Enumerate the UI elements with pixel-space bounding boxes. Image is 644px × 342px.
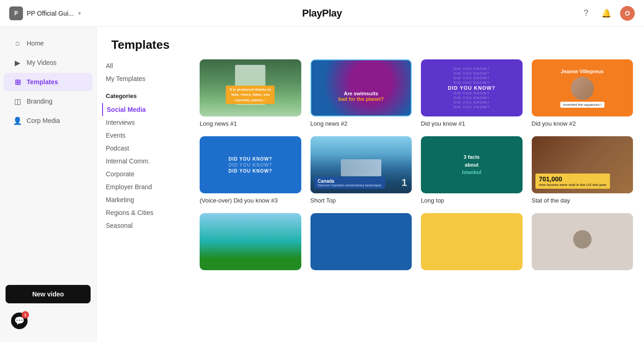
canada-badge: Canada Discover Canada's extraordinary l… bbox=[314, 177, 385, 189]
template-card-long-news-1[interactable]: It is produced thanks tofalls, rivers, t… bbox=[200, 59, 301, 127]
content-area: Templates All My Templates Categories So… bbox=[97, 27, 644, 342]
jeanne-subtitle: Invented the aquarium ! bbox=[560, 102, 604, 108]
template-name-did-you-know-1: Did you know #1 bbox=[421, 120, 523, 127]
did-row-9: DID YOU KNOW? bbox=[454, 105, 490, 109]
did-row-3: DID YOU KNOW? bbox=[454, 76, 490, 80]
template-thumb-did-you-know-1: DID YOU KNOW? DID YOU KNOW? DID YOU KNOW… bbox=[421, 59, 523, 116]
did-blue-row-3: DID YOU KNOW? bbox=[229, 168, 272, 174]
template-thumb-bottom-1 bbox=[200, 213, 301, 270]
canada-badge-title: Canada bbox=[318, 179, 382, 184]
template-thumb-long-news-2: Are swimsuits bad for the planet? bbox=[310, 59, 412, 116]
template-thumb-short-top: Canada Discover Canada's extraordinary l… bbox=[310, 136, 412, 193]
sidebar-item-home[interactable]: ⌂ Home bbox=[4, 34, 92, 52]
template-card-did-you-know-1[interactable]: DID YOU KNOW? DID YOU KNOW? DID YOU KNOW… bbox=[421, 59, 523, 127]
template-thumb-long-top: 3 facts about Istanbul bbox=[421, 136, 523, 193]
chat-badge: 1 bbox=[22, 311, 29, 319]
template-card-short-top[interactable]: Canada Discover Canada's extraordinary l… bbox=[310, 136, 412, 204]
categories-label: Categories bbox=[106, 93, 179, 99]
sidebar-item-my-videos[interactable]: ▶ My Videos bbox=[4, 53, 92, 72]
app-logo: PlayPlay bbox=[302, 7, 342, 19]
did-blue-row-2: DID YOU KNOW? bbox=[229, 162, 272, 168]
stat-number: 701,000 bbox=[539, 175, 607, 183]
template-card-bottom-2[interactable] bbox=[310, 213, 412, 274]
template-card-long-news-2[interactable]: Are swimsuits bad for the planet? Long n… bbox=[310, 59, 412, 127]
template-card-did-you-know-3[interactable]: DID YOU KNOW? DID YOU KNOW? DID YOU KNOW… bbox=[200, 136, 301, 204]
jeanne-portrait bbox=[571, 77, 594, 100]
templates-body: All My Templates Categories Social Media… bbox=[97, 59, 644, 342]
user-avatar[interactable]: O bbox=[620, 6, 635, 21]
template-name-stat-of-day: Stat of the day bbox=[532, 197, 633, 204]
sub-nav-events[interactable]: Events bbox=[106, 129, 179, 142]
template-thumb-stat-of-day: 701,000 new houses were sold in the US l… bbox=[532, 136, 633, 193]
template-thumb-did-you-know-2: Jeanne Villepreux Invented the aquarium … bbox=[532, 59, 633, 116]
sub-nav-all[interactable]: All bbox=[106, 59, 179, 72]
did-row-6: DID YOU KNOW? bbox=[454, 91, 490, 95]
templates-icon: ⊞ bbox=[13, 77, 22, 87]
canada-badge-sub: Discover Canada's extraordinary landscap… bbox=[318, 184, 382, 187]
sidebar-item-branding-label: Branding bbox=[27, 98, 52, 105]
template-card-bottom-1[interactable] bbox=[200, 213, 301, 274]
sub-sidebar: All My Templates Categories Social Media… bbox=[97, 59, 189, 342]
page-title: Templates bbox=[97, 27, 644, 59]
did-row-4: DID YOU KNOW? bbox=[454, 81, 490, 85]
did-row-1: DID YOU KNOW? bbox=[454, 67, 490, 71]
istanbul-line2: about bbox=[462, 161, 481, 169]
stat-overlay: 701,000 new houses were sold in the US l… bbox=[535, 174, 610, 189]
sub-nav-interviews[interactable]: Interviews bbox=[106, 116, 179, 129]
sub-nav-employer-brand[interactable]: Employer Brand bbox=[106, 180, 179, 193]
my-videos-icon: ▶ bbox=[13, 58, 22, 67]
main-layout: ⌂ Home ▶ My Videos ⊞ Templates ◫ Brandin… bbox=[0, 27, 644, 342]
istanbul-text: 3 facts about Istanbul bbox=[462, 153, 481, 176]
workspace-chevron-icon[interactable]: ▾ bbox=[78, 10, 81, 17]
template-thumb-did-you-know-3: DID YOU KNOW? DID YOU KNOW? DID YOU KNOW… bbox=[200, 136, 301, 193]
sidebar-item-corp-media[interactable]: 👤 Corp Media bbox=[4, 111, 92, 130]
corp-media-icon: 👤 bbox=[13, 116, 22, 125]
template-name-did-you-know-2: Did you know #2 bbox=[532, 120, 633, 127]
sidebar-item-my-videos-label: My Videos bbox=[27, 59, 57, 66]
istanbul-line3: Istanbul bbox=[462, 168, 481, 176]
did-row-main: DID YOU KNOW? bbox=[448, 85, 495, 91]
sidebar-item-corp-media-label: Corp Media bbox=[27, 117, 60, 124]
notifications-icon[interactable]: 🔔 bbox=[600, 7, 613, 20]
workspace-avatar: P bbox=[9, 6, 23, 20]
template-name-short-top: Short Top bbox=[310, 197, 412, 204]
template-name-long-news-1: Long news #1 bbox=[200, 120, 301, 127]
home-icon: ⌂ bbox=[13, 39, 22, 48]
template-thumb-long-news-1: It is produced thanks tofalls, rivers, t… bbox=[200, 59, 301, 116]
sidebar-item-templates-label: Templates bbox=[27, 78, 58, 86]
help-icon[interactable]: ? bbox=[580, 7, 592, 20]
sub-nav-marketing[interactable]: Marketing bbox=[106, 193, 179, 206]
jeanne-title: Jeanne Villepreux bbox=[560, 69, 604, 74]
sub-nav-internal-comm[interactable]: Internal Comm. bbox=[106, 155, 179, 168]
branding-icon: ◫ bbox=[13, 97, 22, 106]
topbar-center: PlayPlay bbox=[302, 7, 342, 19]
template-card-did-you-know-2[interactable]: Jeanne Villepreux Invented the aquarium … bbox=[532, 59, 633, 127]
sub-nav-regions-cities[interactable]: Regions & Cities bbox=[106, 206, 179, 219]
sub-nav-corporate[interactable]: Corporate bbox=[106, 168, 179, 180]
sub-nav-social-media[interactable]: Social Media bbox=[102, 103, 179, 116]
template-card-bottom-4[interactable] bbox=[532, 213, 633, 274]
did-row-2: DID YOU KNOW? bbox=[454, 71, 490, 75]
new-video-button[interactable]: New video bbox=[6, 285, 91, 303]
template-thumb-bottom-3 bbox=[421, 213, 523, 270]
sidebar-item-templates[interactable]: ⊞ Templates bbox=[4, 73, 92, 91]
sidebar: ⌂ Home ▶ My Videos ⊞ Templates ◫ Brandin… bbox=[0, 27, 97, 342]
sub-nav-podcast[interactable]: Podcast bbox=[106, 142, 179, 155]
template-card-bottom-3[interactable] bbox=[421, 213, 523, 274]
did-row-7: DID YOU KNOW? bbox=[454, 96, 490, 100]
istanbul-line1: 3 facts bbox=[462, 153, 481, 161]
topbar: P PP Official Gui... ▾ PlayPlay ? 🔔 O bbox=[0, 0, 644, 27]
workspace-name: PP Official Gui... bbox=[27, 10, 74, 17]
template-grid: It is produced thanks tofalls, rivers, t… bbox=[200, 59, 633, 274]
template-card-long-top[interactable]: 3 facts about Istanbul Long top bbox=[421, 136, 523, 204]
sub-nav-seasonal[interactable]: Seasonal bbox=[106, 219, 179, 232]
template-card-stat-of-day[interactable]: 701,000 new houses were sold in the US l… bbox=[532, 136, 633, 204]
sidebar-item-branding[interactable]: ◫ Branding bbox=[4, 92, 92, 110]
did-blue-row-1: DID YOU KNOW? bbox=[229, 157, 272, 162]
sidebar-item-home-label: Home bbox=[27, 40, 44, 47]
sub-nav-my-templates[interactable]: My Templates bbox=[106, 72, 179, 85]
chat-button[interactable]: 💬 1 bbox=[11, 313, 28, 329]
template-name-long-news-2: Long news #2 bbox=[310, 120, 412, 127]
topbar-left: P PP Official Gui... ▾ bbox=[9, 6, 81, 20]
topbar-right: ? 🔔 O bbox=[580, 6, 635, 21]
